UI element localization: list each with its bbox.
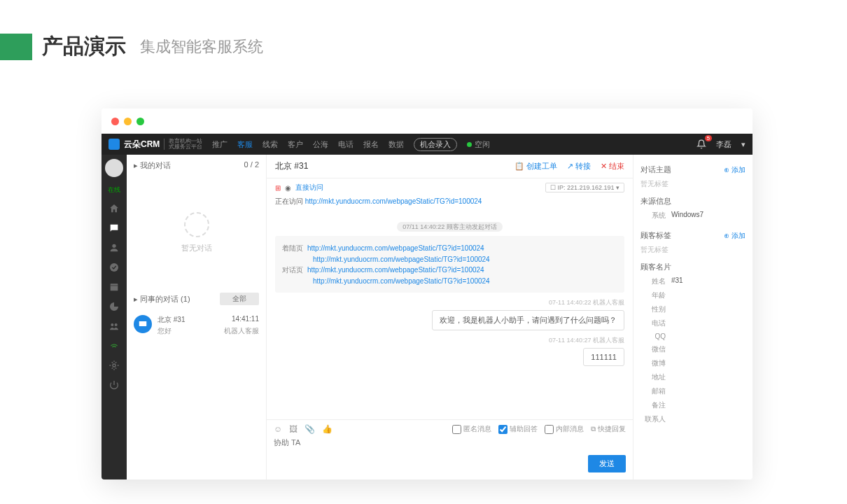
end-button[interactable]: ✕ 结束 [601, 161, 624, 172]
chat-icon[interactable] [108, 223, 120, 234]
system-value: Windows7 [671, 211, 704, 220]
svg-point-8 [113, 364, 115, 367]
chat-title: 北京 #31 [158, 315, 185, 325]
transfer-button[interactable]: ↗ 转接 [567, 161, 591, 172]
visiting-link[interactable]: http://mkt.yunduocrm.com/webpageStatic/T… [305, 197, 482, 205]
nav-service[interactable]: 客服 [237, 139, 253, 150]
left-rail: 在线 [102, 155, 127, 479]
window-controls [102, 108, 752, 134]
nav-leads[interactable]: 线索 [262, 139, 278, 150]
field-contact[interactable]: 联系人 [640, 414, 666, 424]
add-topic-link[interactable]: ⊕ 添加 [724, 165, 746, 175]
svg-rect-9 [139, 321, 147, 326]
message-input[interactable] [274, 438, 626, 447]
svg-point-3 [112, 244, 115, 248]
thumbs-icon[interactable]: 👍 [322, 424, 332, 434]
topic-header: 对话主题 [640, 164, 671, 175]
visit-type: 直接访问 [295, 183, 323, 192]
peer-chats-header[interactable]: ▸ 同事的对话 (1) [134, 294, 190, 304]
card-header: 顾客名片 [640, 262, 746, 272]
image-icon[interactable]: 🖼 [289, 424, 298, 434]
status-indicator: 空闲 [467, 139, 490, 150]
svg-point-0 [112, 227, 113, 227]
avatar[interactable] [105, 159, 123, 177]
bell-icon[interactable]: 5 [696, 139, 706, 149]
details-sidebar: 对话主题⊕ 添加 暂无标签 来源信息 系统Windows7 顾客标签⊕ 添加 暂… [634, 155, 752, 479]
add-tag-link[interactable]: ⊕ 添加 [724, 231, 746, 241]
dialog-link[interactable]: http://mkt.yunduocrm.com/webpageStatic/T… [313, 277, 490, 285]
brand-name: 云朵CRM [124, 139, 160, 150]
brand-logo[interactable]: 云朵CRM 教育机构一站式服务云平台 [108, 139, 202, 150]
notification-badge: 5 [705, 135, 712, 141]
title-sub: 集成智能客服系统 [140, 36, 263, 57]
chat-time: 14:41:11 [232, 315, 259, 325]
msg-time: 07-11 14:40:27 机器人客服 [275, 336, 624, 345]
dialog-link[interactable]: http://mkt.yunduocrm.com/webpageStatic/T… [307, 266, 484, 274]
wifi-icon[interactable] [108, 340, 120, 351]
visit-info-card: 着陆页http://mkt.yunduocrm.com/webpageStati… [275, 236, 624, 293]
attach-icon[interactable]: 📎 [304, 424, 315, 434]
gear-icon[interactable] [108, 360, 120, 371]
assist-checkbox[interactable]: 辅助回答 [498, 424, 538, 434]
anon-checkbox[interactable]: 匿名消息 [452, 424, 491, 434]
field-weibo[interactable]: 微博 [640, 358, 666, 368]
field-phone[interactable]: 电话 [640, 318, 666, 328]
nav-promo[interactable]: 推广 [212, 139, 227, 150]
maximize-dot[interactable] [136, 118, 144, 125]
my-chats-count: 0 / 2 [244, 160, 259, 171]
cust-name: #31 [671, 276, 683, 286]
emoji-icon[interactable]: ☺ [274, 424, 282, 434]
slide-title: 产品演示 集成智能客服系统 [0, 32, 263, 61]
all-button[interactable]: 全部 [220, 293, 259, 305]
chat-item[interactable]: 北京 #3114:41:11 您好机器人客服 [127, 309, 266, 342]
nav-phone[interactable]: 电话 [338, 139, 354, 150]
svg-point-4 [110, 263, 118, 272]
minimize-dot[interactable] [124, 118, 132, 125]
visiting-label: 正在访问 [275, 197, 303, 205]
nav-signup[interactable]: 报名 [363, 139, 379, 150]
no-tag: 暂无标签 [640, 245, 746, 255]
compose-area: ☺ 🖼 📎 👍 匿名消息 辅助回答 内部消息 ⧉ 快捷回复 发送 [267, 419, 633, 479]
quick-reply-button[interactable]: ⧉ 快捷回复 [591, 424, 626, 434]
send-button[interactable]: 发送 [588, 455, 626, 472]
create-ticket-button[interactable]: 📋 创建工单 [514, 161, 557, 172]
close-dot[interactable] [111, 118, 119, 125]
field-wechat[interactable]: 微信 [640, 344, 666, 354]
conv-title: 北京 #31 [275, 160, 308, 172]
landing-link[interactable]: http://mkt.yunduocrm.com/webpageStatic/T… [313, 255, 490, 263]
chat-list-column: ▸ 我的对话 0 / 2 暂无对话 ▸ 同事的对话 (1) 全部 北京 [127, 155, 267, 479]
user-name[interactable]: 李磊 [716, 139, 732, 150]
chat-avatar-icon [134, 315, 152, 333]
nav-pool[interactable]: 公海 [313, 139, 328, 150]
chevron-down-icon[interactable]: ▾ [741, 140, 746, 149]
conversation-column: 北京 #31 📋 创建工单 ↗ 转接 ✕ 结束 ⊞ ◉ 直接访问 ☐ IP: 2… [267, 155, 634, 479]
piechart-icon[interactable] [108, 301, 120, 312]
field-age[interactable]: 年龄 [640, 290, 666, 300]
empty-icon [184, 212, 209, 237]
svg-rect-5 [111, 284, 118, 290]
field-email[interactable]: 邮箱 [640, 386, 666, 396]
power-icon[interactable] [108, 379, 120, 391]
field-addr[interactable]: 地址 [640, 372, 666, 382]
field-remark[interactable]: 备注 [640, 400, 666, 410]
my-chats-header[interactable]: ▸ 我的对话 [134, 160, 171, 171]
home-icon[interactable] [108, 203, 120, 214]
ip-box: ☐ IP: 221.219.162.191 ▾ [545, 183, 624, 192]
nav-data[interactable]: 数据 [388, 139, 404, 150]
field-qq[interactable]: QQ [640, 332, 666, 340]
landing-link[interactable]: http://mkt.yunduocrm.com/webpageStatic/T… [307, 244, 484, 252]
check-icon[interactable] [108, 262, 120, 273]
app-window: 云朵CRM 教育机构一站式服务云平台 推广 客服 线索 客户 公海 电话 报名 … [102, 108, 752, 479]
svg-point-7 [115, 323, 118, 326]
person-icon[interactable] [108, 242, 120, 253]
svg-point-6 [111, 323, 113, 326]
empty-state: 暂无对话 [127, 176, 266, 288]
field-gender[interactable]: 性别 [640, 304, 666, 314]
title-main: 产品演示 [42, 32, 126, 61]
internal-checkbox[interactable]: 内部消息 [545, 424, 584, 434]
nav-customers[interactable]: 客户 [288, 139, 303, 150]
record-button[interactable]: 机会录入 [414, 138, 457, 151]
chat-agent: 机器人客服 [224, 326, 259, 336]
calendar-icon[interactable] [108, 281, 120, 293]
group-icon[interactable] [108, 321, 120, 332]
